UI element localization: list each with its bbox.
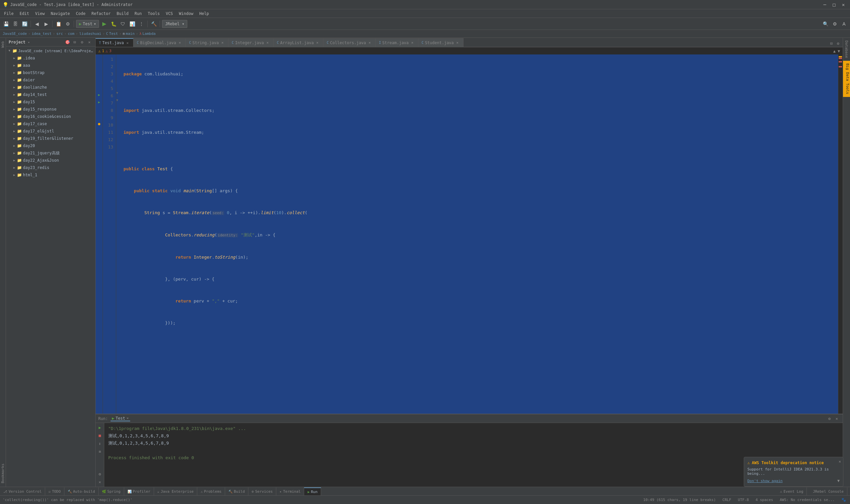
editor-content[interactable]: ▶ ▶ ● 1 2 3: [96, 54, 843, 414]
bottom-tab-run[interactable]: ▶ Run: [304, 487, 321, 496]
menu-refactor[interactable]: Refactor: [89, 11, 113, 17]
panel-close[interactable]: ✕: [86, 39, 93, 46]
aws-notification-expand[interactable]: ▼: [837, 479, 840, 483]
jrebel-dropdown[interactable]: JRebel ▾: [162, 20, 187, 28]
tree-day21[interactable]: ▶ 📁 day21_jquery高级: [6, 149, 95, 157]
tree-day23[interactable]: ▶ 📁 day23_redis: [6, 164, 95, 171]
breadcrumb-lambda[interactable]: λLambda: [140, 32, 156, 36]
tab-bar-settings[interactable]: ⚙: [835, 40, 842, 47]
breadcrumb-src[interactable]: src: [56, 32, 63, 36]
run-gutter-7[interactable]: ▶: [96, 98, 103, 106]
run-output[interactable]: "D:\1program file\Java\jdk1.8.0_231\bin\…: [104, 423, 843, 487]
bottom-tab-services[interactable]: ⚙ Services: [248, 487, 276, 496]
tab-close-student[interactable]: ✕: [455, 40, 460, 45]
warning-count[interactable]: 1: [102, 49, 104, 53]
tree-html1[interactable]: ▶ 📁 html_1: [6, 171, 95, 179]
menu-code[interactable]: Code: [73, 11, 88, 17]
tab-arraylist[interactable]: C ArrayList.java ✕: [274, 38, 323, 47]
project-panel-dropdown[interactable]: Project ▾: [8, 40, 30, 44]
run-config-dropdown[interactable]: ▶ Test ▾: [76, 20, 99, 28]
toolbar-translate[interactable]: A: [840, 20, 848, 28]
tab-collectors[interactable]: C Collectors.java ✕: [323, 38, 376, 47]
tree-bootstrap[interactable]: ▶ 📁 bootStrap: [6, 69, 95, 76]
debug-button[interactable]: 🐛: [110, 20, 117, 28]
web-tab[interactable]: Web: [0, 38, 6, 51]
minimize-button[interactable]: ─: [821, 1, 829, 8]
toolbar-sync[interactable]: 🔄: [21, 20, 29, 28]
bottom-tab-todo[interactable]: ☑ TODO: [45, 487, 65, 496]
run-settings[interactable]: ⚙: [826, 415, 833, 422]
editor-scrollbar[interactable]: [838, 54, 843, 414]
tree-idea[interactable]: ▶ 📁 .idea: [6, 54, 95, 62]
tree-daier[interactable]: ▶ 📁 daier: [6, 76, 95, 84]
tab-bigdecimal[interactable]: C BigDecimal.java ✕: [133, 38, 186, 47]
toolbar-settings[interactable]: ⚙: [64, 20, 72, 28]
tree-daolianzhe[interactable]: ▶ 📁 daolianzhe: [6, 84, 95, 91]
tab-close-bigdecimal[interactable]: ✕: [177, 40, 182, 45]
bottom-tab-spring[interactable]: 🌿 Spring: [98, 487, 124, 496]
breadcrumb-module[interactable]: idea_test: [32, 32, 52, 36]
tab-close-collectors[interactable]: ✕: [367, 40, 372, 45]
panel-collapse-all[interactable]: ⊟: [71, 39, 78, 46]
tree-day16[interactable]: ▶ 📁 day16_cookie&cession: [6, 113, 95, 120]
status-indent[interactable]: 4 spaces: [754, 496, 774, 504]
bottom-tab-problems[interactable]: ⚠ Problems: [197, 487, 225, 496]
menu-run[interactable]: Run: [132, 11, 144, 17]
menu-vcs[interactable]: VCS: [163, 11, 176, 17]
error-count[interactable]: 3: [109, 49, 112, 53]
tab-close-test[interactable]: ✕: [125, 40, 130, 45]
tree-day15[interactable]: ▶ 📁 day15: [6, 98, 95, 106]
menu-window[interactable]: Window: [176, 11, 196, 17]
tab-close-string[interactable]: ✕: [220, 40, 225, 45]
tab-close-arraylist[interactable]: ✕: [315, 40, 320, 45]
toolbar-search-everywhere[interactable]: 🔍: [821, 20, 829, 28]
menu-navigate[interactable]: Navigate: [48, 11, 73, 17]
tree-day14[interactable]: ▶ 📁 day14_test: [6, 91, 95, 98]
run-profile[interactable]: 📊: [128, 20, 136, 28]
run-gutter-6[interactable]: ▶: [96, 91, 103, 98]
toolbar-back[interactable]: ◀: [33, 20, 41, 28]
tab-integer[interactable]: C Integer.java ✕: [229, 38, 274, 47]
tree-day19[interactable]: ▶ 📁 day19_filter&listener: [6, 135, 95, 142]
run-tab-test[interactable]: ▶ Test ✕: [111, 416, 130, 421]
toolbar-recent-files[interactable]: 📋: [54, 20, 62, 28]
breadcrumb-project[interactable]: JavaSE_code: [3, 32, 27, 36]
code-area[interactable]: package com.liudashuai; import java.util…: [121, 54, 838, 414]
build-project[interactable]: 🔨: [150, 20, 158, 28]
tree-day22[interactable]: ▶ 📁 day22_Ajax&Json: [6, 157, 95, 164]
status-encoding[interactable]: UTF-8: [737, 496, 750, 504]
error-nav-down[interactable]: ▼: [838, 49, 840, 53]
bottom-tab-auto-build[interactable]: 🔨 Auto-build: [65, 487, 98, 496]
bottom-tab-jrebel[interactable]: JRebel Console: [810, 487, 847, 496]
breadcrumb-file[interactable]: CTest: [106, 32, 118, 36]
run-button[interactable]: ▶: [100, 20, 108, 28]
stop-button[interactable]: ■: [97, 432, 103, 439]
breadcrumb-method[interactable]: mmain: [123, 32, 135, 36]
settings-run[interactable]: ⚙: [97, 471, 103, 478]
tree-day17c[interactable]: ▶ 📁 day17_case: [6, 120, 95, 127]
resume-button[interactable]: ↕: [97, 440, 103, 447]
run-more[interactable]: ⋮: [138, 20, 145, 28]
rerun-button[interactable]: ▶: [97, 424, 103, 431]
status-aws[interactable]: AWS: No credentials se...: [778, 496, 836, 504]
run-coverage[interactable]: 🛡: [119, 20, 127, 28]
run-close[interactable]: ✕: [833, 415, 840, 422]
status-hint[interactable]: 'collect(reducing())' can be replaced wi…: [3, 498, 132, 502]
big-data-tools-tab[interactable]: Big Data Tools: [843, 61, 850, 97]
toolbar-forward[interactable]: ▶: [42, 20, 50, 28]
toolbar-save-all[interactable]: 🗄: [11, 20, 19, 28]
menu-file[interactable]: File: [1, 11, 16, 17]
tree-aaa[interactable]: ▶ 📁 aaa: [6, 62, 95, 69]
tab-student[interactable]: C Student.java ✕: [418, 38, 464, 47]
tree-day17e[interactable]: ▶ 📁 day17_el&jstl: [6, 127, 95, 135]
tab-string[interactable]: C String.java ✕: [186, 38, 229, 47]
menu-view[interactable]: View: [33, 11, 48, 17]
tree-day15r[interactable]: ▶ 📁 day15_response: [6, 106, 95, 113]
bottom-tab-profiler[interactable]: 📊 Profiler: [124, 487, 154, 496]
bottom-tab-vcs[interactable]: ⎇ Version Control: [0, 487, 45, 496]
menu-build[interactable]: Build: [114, 11, 131, 17]
tab-stream[interactable]: I Stream.java ✕: [376, 38, 418, 47]
breadcrumb-com[interactable]: com: [68, 32, 74, 36]
database-tab[interactable]: Database: [844, 38, 849, 61]
bookmark-10[interactable]: ●: [96, 120, 103, 127]
